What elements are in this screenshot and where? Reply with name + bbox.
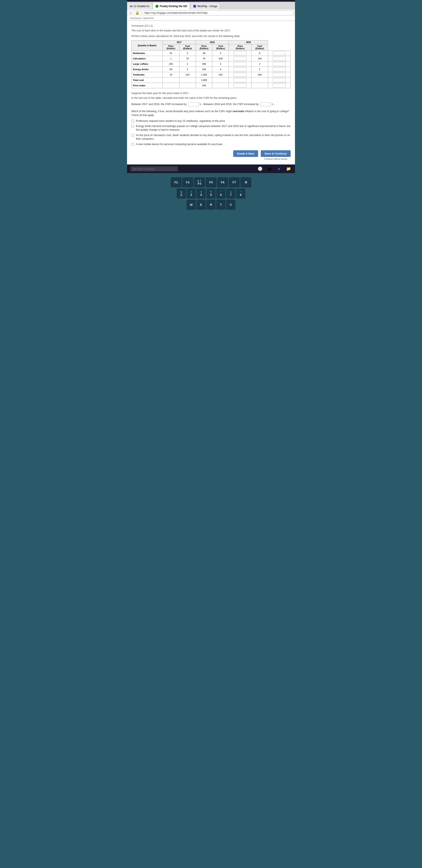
grid-icon[interactable]: ▦ <box>267 166 273 172</box>
year-2018-header: 2018 <box>196 40 229 44</box>
key-gear[interactable]: ⚙ <box>241 177 251 187</box>
energy-drinks-price-2017: 2 <box>179 67 196 72</box>
key-f4[interactable]: ▶ ‖F4 <box>194 177 205 187</box>
coffees-cost-2018-input[interactable] <box>229 61 251 67</box>
calculators-cost-2019-input[interactable] <box>268 56 291 61</box>
textbooks-cost-2017: 1,200 <box>196 72 212 78</box>
textbooks-cost-2019-field[interactable] <box>273 73 286 76</box>
key-8[interactable]: *8 <box>236 189 245 198</box>
price-index-2019-field[interactable] <box>273 84 286 87</box>
tab-1[interactable]: ter 11 Graded As <box>127 3 152 9</box>
grade-it-now-button[interactable]: Grade It Now <box>233 150 258 157</box>
total-cost-2019-input[interactable] <box>268 78 291 83</box>
notebooks-cost-2019-input[interactable] <box>268 51 291 56</box>
save-continue-button[interactable]: Save & Continue <box>261 150 291 157</box>
keyboard-row-fn: F2 F3 ▶ ‖F4 F5 F6 F7 ⚙ <box>129 177 293 187</box>
textbooks-cost-2018-input[interactable] <box>229 72 251 78</box>
key-v[interactable]: V <box>226 200 235 210</box>
key-4[interactable]: $4 <box>197 189 206 198</box>
energy-drinks-cost-2018-field[interactable] <box>234 67 246 71</box>
key-7[interactable]: &7 <box>226 189 235 198</box>
calculators-cost-2019-field[interactable] <box>273 57 286 61</box>
tab-3[interactable]: MindTap - Cenga <box>190 3 220 9</box>
price-2018-header: Price(Dollars) <box>196 44 212 51</box>
checkbox-option-4: A new mobile device for personal computi… <box>131 143 291 146</box>
checkbox-option-2: Energy drinks became increasingly popula… <box>131 124 291 132</box>
price-index-price-2018 <box>212 83 229 88</box>
notebooks-qty: 15 <box>162 51 179 56</box>
key-e[interactable]: E <box>197 200 206 210</box>
textbooks-cost-2019-input[interactable] <box>268 72 291 78</box>
checkbox-4[interactable] <box>131 143 134 146</box>
notebooks-cost-2018-field[interactable] <box>234 51 246 55</box>
coffees-cost-2019-input[interactable] <box>268 61 291 67</box>
address-bar[interactable]: https://ng.cengage.com/static/nb/ui/evo/… <box>142 10 293 15</box>
keyboard-row-letters: W E R T V <box>129 200 293 210</box>
cspi-2019-input[interactable] <box>260 102 271 106</box>
coffees-cost-2019-field[interactable] <box>273 62 286 66</box>
key-t[interactable]: T <box>216 200 225 210</box>
key-5[interactable]: %5 <box>207 189 215 198</box>
price-index-2018-input[interactable] <box>229 83 251 88</box>
tab-3-label: MindTap - Cenga <box>198 5 217 8</box>
branding-text: CENGAGE | MINDTAP <box>130 17 154 20</box>
price-index-2019-input[interactable] <box>268 83 291 88</box>
key-3[interactable]: #3 <box>187 189 196 198</box>
year-2019-header: 2019 <box>229 40 268 44</box>
back-button[interactable]: ⌂ <box>129 10 132 15</box>
calculators-cost-2018-input[interactable] <box>229 56 251 61</box>
checkbox-1[interactable] <box>131 120 134 123</box>
checkbox-2[interactable] <box>131 125 134 128</box>
checkbox-option-3: As the price of calculators rose, fewer … <box>131 133 291 141</box>
folder-icon[interactable]: 📁 <box>285 166 292 172</box>
key-f3[interactable]: F3 <box>182 177 193 187</box>
key-f2[interactable]: F2 <box>171 177 181 187</box>
cspi-row: Between 2017 and 2018, the CSPI increase… <box>131 102 291 107</box>
calculators-price-2017: 70 <box>179 56 196 61</box>
tab-2-icon <box>155 5 158 8</box>
total-cost-price-2017 <box>179 78 196 83</box>
taskbar-search-input[interactable] <box>130 166 178 172</box>
key-f7[interactable]: F7 <box>229 177 240 187</box>
edge-icon[interactable]: e <box>276 166 282 172</box>
question-text: Which of the following, if true, would i… <box>131 110 291 117</box>
coffees-cost-2018-field[interactable] <box>234 62 246 66</box>
energy-drinks-cost-2019-input[interactable] <box>268 67 291 72</box>
screen-bezel: ter 11 Graded As Finally Kicking the GD … <box>127 0 295 215</box>
energy-drinks-cost-2018-input[interactable] <box>229 67 251 72</box>
key-f5[interactable]: F5 <box>206 177 216 187</box>
energy-drinks-price-2018: 4 <box>212 67 229 72</box>
taskbar: ⚪ ▦ e 📁 <box>127 164 295 173</box>
total-cost-2019-field[interactable] <box>273 78 286 82</box>
calculators-cost-2018-field[interactable] <box>234 57 246 61</box>
price-index-label: Price index <box>131 83 163 88</box>
tab-1-label: ter 11 Graded As <box>130 5 149 8</box>
key-r[interactable]: R <box>207 200 215 210</box>
notebooks-cost-2019-field[interactable] <box>273 51 286 55</box>
page-description: The cost of each item in the basket and … <box>131 29 291 32</box>
key-w[interactable]: W <box>187 200 196 210</box>
search-icon[interactable]: ⚪ <box>257 166 263 172</box>
tab-3-icon <box>193 5 196 8</box>
tab-2[interactable]: Finally Kicking the GD <box>153 3 190 9</box>
textbooks-cost-2018-field[interactable] <box>234 73 246 76</box>
key-6[interactable]: ^6 <box>216 189 225 198</box>
price-index-price-2019 <box>251 83 268 88</box>
key-f6[interactable]: F6 <box>217 177 228 187</box>
price-index-qty <box>162 83 179 88</box>
suppose-text: Suppose the base year for this price ind… <box>131 92 291 95</box>
tab-2-label: Finally Kicking the GD <box>160 5 187 8</box>
address-bar-row: ⌂ 🔒 https://ng.cengage.com/static/nb/ui/… <box>127 9 295 16</box>
key-2[interactable]: @2 <box>177 189 186 198</box>
notebooks-cost-2018-input[interactable] <box>229 51 251 56</box>
total-cost-2018-field[interactable] <box>234 78 246 82</box>
total-cost-2018-input[interactable] <box>229 78 251 83</box>
total-cost-label: Total cost <box>131 78 163 83</box>
table-row: Energy drinks 50 2 100 4 2 <box>131 67 291 72</box>
energy-drinks-cost-2019-field[interactable] <box>273 67 286 71</box>
taskbar-icons: ⚪ ▦ e 📁 <box>257 166 292 172</box>
checkbox-3[interactable] <box>131 134 134 137</box>
price-index-2018-field[interactable] <box>234 84 246 87</box>
year-2017-header: 2017 <box>162 40 196 44</box>
cspi-2018-input[interactable] <box>188 102 199 106</box>
